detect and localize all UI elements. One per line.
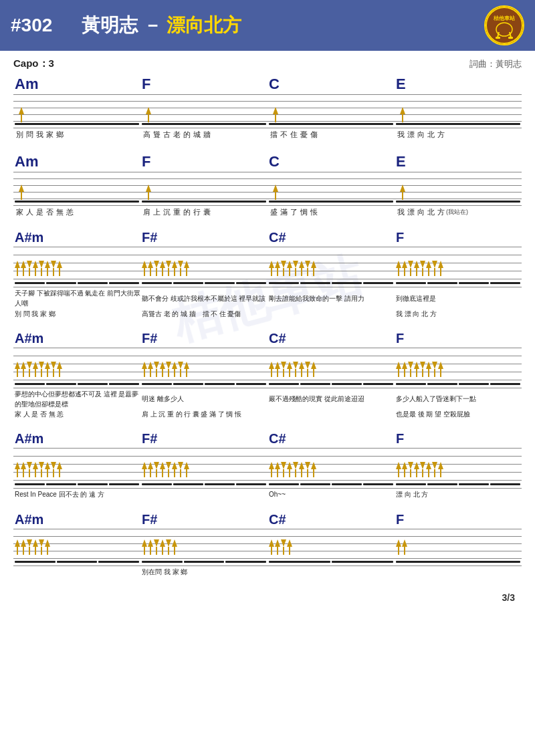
chord-name: F bbox=[140, 76, 268, 93]
lyrics-block: 高聳古 老 的 城 牆 擋 不 住 憂傷 bbox=[140, 309, 268, 319]
chord-name: C# bbox=[268, 230, 395, 245]
section-5: A#m bbox=[13, 431, 522, 500]
chord-block-am-1: Am bbox=[13, 76, 140, 128]
lyrics-block bbox=[13, 567, 140, 578]
section-1: Am F bbox=[13, 76, 522, 141]
section-4: A#m bbox=[13, 331, 522, 420]
lyrics-block: 肩上沉重的行囊 bbox=[140, 207, 268, 219]
svg-rect-6 bbox=[508, 37, 513, 39]
chord-block-ashm-4: A#m bbox=[13, 331, 140, 388]
chord-block-fsharp-5: F# bbox=[140, 431, 268, 488]
lyrics-block: 別在問 我 家 鄉 bbox=[140, 567, 268, 578]
chord-name: F bbox=[395, 431, 522, 447]
lyrics-block: 明迷 離多少人 bbox=[140, 389, 268, 409]
lyrics-block: 剛去誰能給我致命的一擊 請用力 bbox=[268, 288, 395, 308]
chord-name: F# bbox=[140, 230, 268, 245]
capo-text: Capo：3 bbox=[13, 57, 54, 70]
chord-block-csharp-3: C# bbox=[268, 230, 395, 287]
lyrics-block: 多少人船入了昏迷剩下一點 bbox=[395, 389, 522, 409]
lyrics-block: 天子腳 下被踩得喘不過 氣走在 前門大街眾人嘲 bbox=[13, 288, 140, 308]
lyrics-block: 盛滿了惆悵 bbox=[268, 207, 395, 219]
svg-text:桔他車站: 桔他車站 bbox=[493, 15, 516, 21]
chord-name: F bbox=[140, 153, 268, 170]
chord-name: A#m bbox=[13, 431, 140, 447]
chord-block-csharp-4: C# bbox=[268, 331, 395, 388]
chord-name: C bbox=[268, 153, 395, 170]
lyrics-block: 別 問 我 家 鄉 bbox=[13, 309, 140, 319]
lyrics-block: 也是最 後 期 望 空殺屁臉 bbox=[395, 409, 522, 419]
lyrics-block: Oh~~ bbox=[268, 489, 395, 500]
lyrics-block: 家 人 是 否 無 恙 bbox=[13, 409, 140, 419]
chord-block-f-5: F bbox=[395, 431, 522, 488]
lyrics-block bbox=[268, 409, 395, 419]
chord-name: F# bbox=[140, 431, 268, 447]
chord-name: A#m bbox=[13, 230, 140, 245]
chord-name: E bbox=[395, 76, 522, 93]
lyrics-block: 我漂向北方 (我站在) bbox=[395, 207, 522, 219]
lyrics-row-1: 別問我家鄉 高聳古老的城牆 擋不住憂傷 我漂向北方 bbox=[13, 129, 522, 141]
chord-block-fsharp-4: F# bbox=[140, 331, 268, 388]
chord-name: E bbox=[395, 153, 522, 170]
artist-name: 黃明志 bbox=[82, 15, 138, 35]
lyrics-block: 漂 向 北 方 bbox=[395, 489, 522, 500]
lyrics-block: 我漂向北方 bbox=[395, 129, 522, 141]
chord-name: A#m bbox=[13, 512, 140, 527]
page-number: 3/3 bbox=[13, 590, 522, 606]
capo-line: Capo：3 詞曲：黃明志 bbox=[13, 57, 522, 70]
svg-point-0 bbox=[486, 7, 522, 43]
lyrics-block bbox=[140, 489, 268, 500]
section-3: A#m bbox=[13, 230, 522, 319]
lyrics-block: 家人是否無恙 bbox=[13, 207, 140, 219]
composer-text: 詞曲：黃明志 bbox=[469, 58, 522, 70]
lyrics-block: 我 漂 向 北 方 bbox=[395, 309, 522, 319]
chord-block-f-2: F bbox=[140, 153, 268, 205]
chord-block-csharp-6: C# bbox=[268, 512, 395, 565]
chord-name: C bbox=[268, 76, 395, 93]
chord-name: F bbox=[395, 331, 522, 346]
lyrics-block: Rest In Peace 回不去 的 遠 方 bbox=[13, 489, 140, 500]
chord-name: C# bbox=[268, 431, 395, 447]
lyrics-block: 聽不會分 歧或許我根本不屬於這 裡早就該 bbox=[140, 288, 268, 308]
section-2: Am F bbox=[13, 153, 522, 219]
chord-block-e-2: E bbox=[395, 153, 522, 205]
lyrics-row-5: Rest In Peace 回不去 的 遠 方 Oh~~ 漂 向 北 方 bbox=[13, 489, 522, 500]
chord-block-f-3: F bbox=[395, 230, 522, 287]
chord-block-fsharp-6: F# bbox=[140, 512, 268, 565]
header: #302 黃明志 － 漂向北方 桔他車站 bbox=[0, 0, 535, 51]
chord-block-f-1: F bbox=[140, 76, 268, 128]
chord-block-c-2: C bbox=[268, 153, 395, 205]
song-title: 漂向北方 bbox=[167, 15, 241, 35]
chord-block-fsharp-3: F# bbox=[140, 230, 268, 287]
lyrics-block: 擋不住憂傷 bbox=[268, 129, 395, 141]
chord-block-c-1: C bbox=[268, 76, 395, 128]
separator: － bbox=[143, 15, 167, 35]
chord-block-ashm-3: A#m bbox=[13, 230, 140, 287]
lyrics-block: 到徹底這裡是 bbox=[395, 288, 522, 308]
svg-rect-5 bbox=[496, 37, 500, 39]
song-number: #302 bbox=[11, 15, 52, 35]
logo: 桔他車站 bbox=[484, 5, 524, 45]
chord-name: F bbox=[395, 512, 522, 527]
lyrics-block bbox=[268, 309, 395, 319]
lyrics-block bbox=[395, 567, 522, 578]
lyrics-block: 肩 上 沉 重 的 行 囊 盛 滿 了 惆 悵 bbox=[140, 409, 268, 419]
chord-name: C# bbox=[268, 331, 395, 346]
lyrics-row-6: 別在問 我 家 鄉 bbox=[13, 567, 522, 578]
chord-name: F# bbox=[140, 331, 268, 346]
lyrics-block bbox=[268, 567, 395, 578]
chord-block-f-6: F bbox=[395, 512, 522, 565]
chord-name: Am bbox=[13, 76, 140, 93]
lyrics-block: 別問我家鄉 bbox=[13, 129, 140, 141]
lyrics-block: 嚴不過殘酷的現實 從此前途迢迢 bbox=[268, 389, 395, 409]
chord-block-ashm-6: A#m bbox=[13, 512, 140, 565]
chord-block-ashm-5: A#m bbox=[13, 431, 140, 488]
chord-name: F bbox=[395, 230, 522, 245]
lyrics-block: 夢想的中心但夢想都遙不可及 這裡 是囂夢的聖地但卻標是標 bbox=[13, 389, 140, 409]
chord-block-am-2: Am bbox=[13, 153, 140, 205]
chord-name: F# bbox=[140, 512, 268, 527]
lyrics-row-2: 家人是否無恙 肩上沉重的行囊 盛滿了惆悵 我漂向北方 (我站在) bbox=[13, 207, 522, 219]
section-6: A#m bbox=[13, 512, 522, 578]
chord-block-e-1: E bbox=[395, 76, 522, 128]
lyrics-row-3: 天子腳 下被踩得喘不過 氣走在 前門大街眾人嘲 聽不會分 歧或許我根本不屬於這 … bbox=[13, 288, 522, 319]
chord-name: C# bbox=[268, 512, 395, 527]
